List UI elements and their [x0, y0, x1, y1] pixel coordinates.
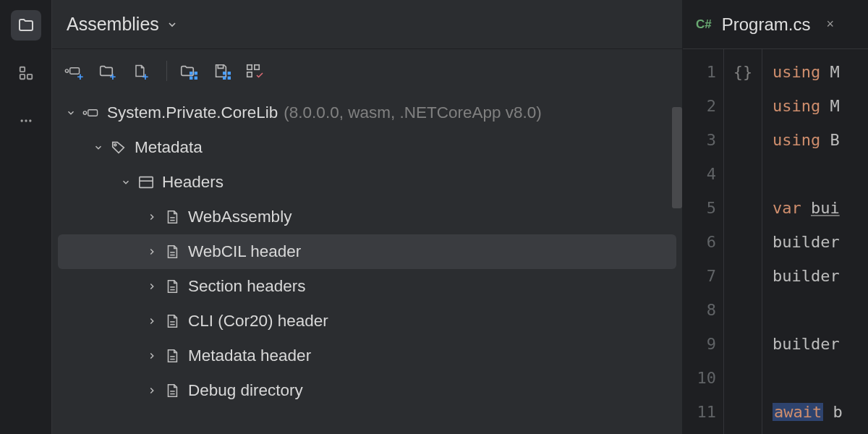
folder-grid-icon[interactable]	[179, 59, 203, 83]
tree-label: CLI (Cor20) header	[188, 312, 328, 331]
code-token: M	[830, 63, 839, 81]
tree-node-item[interactable]: WebCIL header	[58, 234, 676, 269]
tree-label: Headers	[162, 173, 224, 192]
svg-rect-14	[223, 76, 226, 79]
line-number: 10	[683, 361, 716, 395]
tree-label: Section headers	[188, 277, 306, 296]
sidebar-title: Assemblies	[67, 14, 159, 35]
code-line: builder	[773, 259, 868, 293]
save-grid-icon[interactable]	[212, 59, 237, 83]
tree-node-metadata[interactable]: Metadata	[58, 130, 676, 165]
svg-point-6	[65, 69, 68, 72]
code-line	[773, 157, 868, 191]
code-token: using	[773, 63, 830, 81]
code-token: await	[773, 403, 823, 421]
chevron-down-icon	[64, 106, 78, 120]
line-number: 3	[683, 123, 716, 157]
tree-node-item[interactable]: CLI (Cor20) header	[58, 304, 676, 339]
document-icon	[163, 278, 181, 295]
editor-tabs: C# Program.cs ×	[683, 0, 868, 49]
tag-icon	[110, 139, 127, 156]
inspect-icon[interactable]	[245, 59, 270, 83]
code-token: using	[773, 131, 830, 149]
tree-label: Metadata header	[188, 346, 311, 365]
document-icon	[163, 243, 181, 260]
chevron-right-icon	[145, 210, 159, 224]
sidebar-title-row[interactable]: Assemblies	[52, 0, 682, 49]
document-icon	[163, 312, 181, 330]
line-number: 4	[683, 157, 716, 191]
svg-rect-17	[255, 65, 259, 69]
svg-rect-20	[88, 110, 98, 116]
document-add-icon[interactable]: +	[130, 59, 155, 83]
svg-rect-13	[227, 72, 230, 75]
tree-label: System.Private.CoreLib	[107, 103, 278, 122]
code-area[interactable]: 1 2 3 4 5 6 7 8 9 10 11 {} using M	[683, 49, 868, 434]
line-number-gutter: 1 2 3 4 5 6 7 8 9 10 11	[683, 49, 723, 434]
structure-icon[interactable]	[11, 58, 41, 88]
tree-label: WebAssembly	[188, 208, 292, 226]
tree-label: Debug directory	[188, 381, 303, 400]
tab-title[interactable]: Program.cs	[722, 14, 811, 35]
chevron-down-icon	[91, 140, 106, 155]
code-token: M	[830, 97, 839, 115]
document-icon	[163, 347, 181, 365]
line-number: 8	[683, 293, 716, 327]
tree-node-item[interactable]: WebAssembly	[58, 200, 676, 234]
svg-rect-2	[27, 75, 31, 79]
assemblies-sidebar: Assemblies + + +	[52, 0, 683, 434]
line-number: 2	[683, 89, 716, 123]
code-token: B	[830, 131, 839, 149]
line-number: 6	[683, 225, 716, 259]
code-token: var	[773, 199, 811, 217]
svg-rect-11	[194, 76, 197, 79]
scrollbar-thumb[interactable]	[672, 107, 682, 208]
tree-node-root[interactable]: System.Private.CoreLib (8.0.0.0, wasm, .…	[58, 95, 676, 130]
chevron-right-icon	[145, 244, 159, 259]
code-line	[773, 293, 868, 327]
tree-node-item[interactable]: Debug directory	[58, 373, 676, 408]
svg-point-21	[114, 144, 116, 146]
chevron-right-icon	[145, 349, 159, 363]
code-content[interactable]: using M using M using B var bui builder …	[762, 49, 868, 434]
fold-gutter: {}	[723, 49, 762, 434]
assembly-icon	[82, 104, 100, 122]
document-icon	[163, 382, 181, 399]
layout-icon	[137, 174, 155, 191]
svg-point-19	[83, 111, 86, 114]
folder-icon[interactable]	[11, 10, 41, 41]
fold-hint[interactable]: {}	[724, 55, 762, 89]
preview-add-icon[interactable]: +	[64, 59, 88, 83]
svg-rect-12	[223, 72, 226, 75]
more-icon[interactable]	[11, 106, 41, 136]
chevron-right-icon	[145, 279, 159, 294]
line-number: 1	[683, 55, 716, 89]
svg-rect-10	[190, 76, 192, 79]
line-number: 11	[683, 395, 716, 429]
activity-bar	[0, 0, 52, 434]
svg-rect-1	[20, 75, 24, 79]
tree-node-headers[interactable]: Headers	[58, 165, 676, 200]
svg-point-5	[29, 119, 31, 122]
tree-node-item[interactable]: Metadata header	[58, 339, 676, 373]
chevron-down-icon	[166, 19, 178, 30]
code-token: b	[823, 403, 843, 421]
line-number: 5	[683, 191, 716, 225]
code-token: bui	[811, 199, 840, 217]
chevron-right-icon	[145, 314, 159, 328]
code-line: builder	[773, 225, 868, 259]
chevron-down-icon	[119, 175, 133, 190]
document-icon	[163, 208, 181, 226]
tree-label: WebCIL header	[188, 242, 301, 261]
svg-rect-0	[20, 67, 24, 72]
sidebar-toolbar: + + +	[52, 49, 682, 93]
code-line: builder	[773, 327, 868, 361]
tree-node-item[interactable]: Section headers	[58, 269, 676, 304]
close-icon[interactable]: ×	[826, 17, 834, 32]
toolbar-separator	[166, 61, 167, 81]
code-line	[773, 361, 868, 395]
svg-point-4	[25, 119, 27, 122]
svg-point-3	[20, 119, 22, 122]
folder-add-icon[interactable]: +	[97, 59, 122, 83]
tree-meta: (8.0.0.0, wasm, .NETCoreApp v8.0)	[284, 103, 541, 122]
